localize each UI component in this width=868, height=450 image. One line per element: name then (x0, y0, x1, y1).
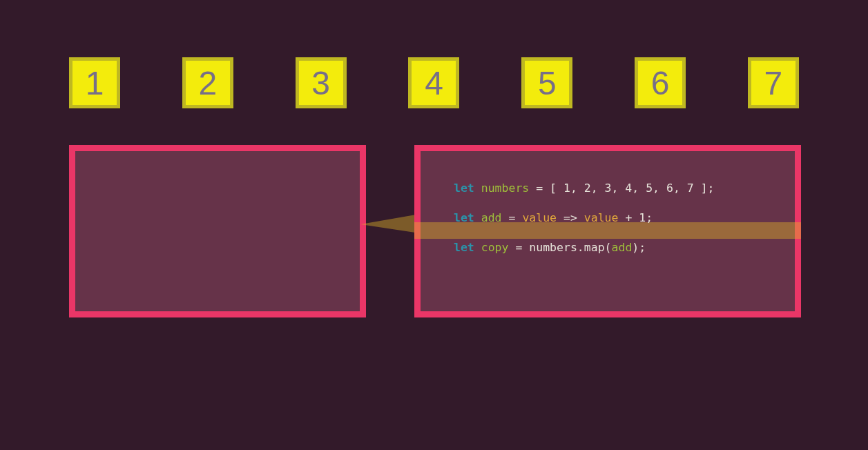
code-line-1: let numbers = [ 1, 2, 3, 4, 5, 6, 7 ]; (454, 180, 762, 196)
number-box-1: 1 (69, 57, 120, 108)
code-text: => (557, 211, 584, 224)
code-text: + 1; (618, 211, 653, 224)
number-value: 5 (538, 64, 557, 102)
number-value: 6 (651, 64, 670, 102)
number-box-3: 3 (296, 57, 347, 108)
code-text: ); (632, 241, 646, 254)
number-box-4: 4 (408, 57, 459, 108)
arg-value-1: value (522, 211, 557, 224)
highlight-beam (360, 214, 420, 236)
code-area: let numbers = [ 1, 2, 3, 4, 5, 6, 7 ]; l… (421, 151, 795, 284)
arg-value-2: value (584, 211, 619, 224)
keyword-let: let (454, 182, 474, 195)
var-add: add (481, 211, 502, 224)
var-copy: copy (481, 241, 509, 254)
number-box-7: 7 (748, 57, 799, 108)
code-line-3: let copy = numbers.map(add); (454, 239, 762, 255)
number-box-6: 6 (635, 57, 686, 108)
code-panel: let numbers = [ 1, 2, 3, 4, 5, 6, 7 ]; l… (414, 145, 801, 317)
number-box-5: 5 (521, 57, 572, 108)
number-value: 7 (764, 64, 783, 102)
number-value: 2 (198, 64, 217, 102)
var-numbers: numbers (481, 182, 530, 195)
number-value: 1 (86, 64, 104, 102)
output-panel (69, 145, 366, 317)
number-value: 3 (311, 64, 330, 102)
number-box-2: 2 (182, 57, 233, 108)
func-add: add (612, 241, 633, 254)
code-text: = (502, 211, 523, 224)
keyword-let: let (454, 241, 474, 254)
code-text: = numbers.map( (509, 241, 612, 254)
numbers-row: 1 2 3 4 5 6 7 (69, 57, 799, 108)
code-line-2: let add = value => value + 1; (454, 210, 762, 226)
keyword-let: let (454, 211, 474, 224)
number-value: 4 (425, 64, 443, 102)
svg-marker-0 (360, 214, 420, 233)
code-text: = [ 1, 2, 3, 4, 5, 6, 7 ]; (529, 182, 714, 195)
